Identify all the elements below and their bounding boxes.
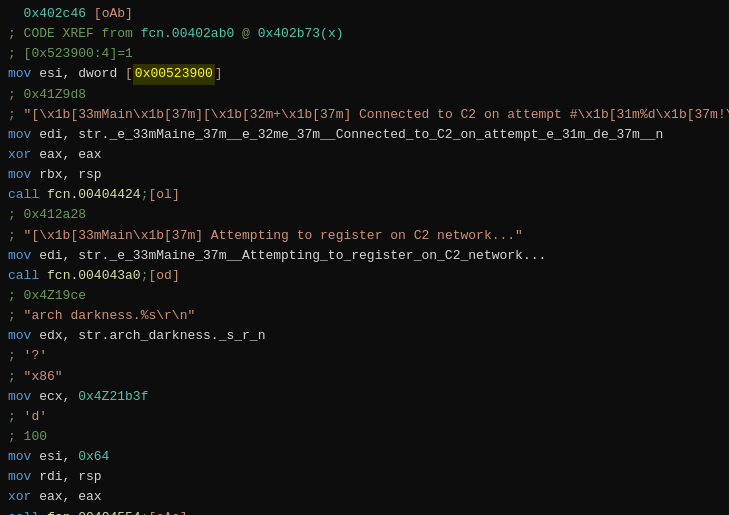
line-5: ; 0x41Z9d8: [0, 85, 729, 105]
line-24: mov rdi, rsp: [0, 467, 729, 487]
line-10: call fcn.00404424;[ol]: [0, 185, 729, 205]
line-11: ; 0x412a28: [0, 205, 729, 225]
line-18: ; '?': [0, 346, 729, 366]
line-26: call fcn.00404554;[oAa]: [0, 508, 729, 515]
line-13: mov edi, str._e_33mMaine_37m__Attempting…: [0, 246, 729, 266]
line-16: ; "arch darkness.%s\r\n": [0, 306, 729, 326]
line-17: mov edx, str.arch_darkness._s_r_n: [0, 326, 729, 346]
line-23: mov esi, 0x64: [0, 447, 729, 467]
code-view[interactable]: 0x402c46 [oAb] ; CODE XREF from fcn.0040…: [0, 0, 729, 515]
line-4: mov esi, dword [0x00523900]: [0, 64, 729, 84]
line-12: ; "[\x1b[33mMain\x1b[37m] Attempting to …: [0, 226, 729, 246]
line-7: mov edi, str._e_33mMaine_37m__e_32me_37m…: [0, 125, 729, 145]
line-22: ; 100: [0, 427, 729, 447]
line-20: mov ecx, 0x4Z21b3f: [0, 387, 729, 407]
line-21: ; 'd': [0, 407, 729, 427]
line-3: ; [0x523900:4]=1: [0, 44, 729, 64]
line-19: ; "x86": [0, 367, 729, 387]
line-1: 0x402c46 [oAb]: [0, 4, 729, 24]
line-6: ; "[\x1b[33mMain\x1b[37m][\x1b[32m+\x1b[…: [0, 105, 729, 125]
line-2: ; CODE XREF from fcn.00402ab0 @ 0x402b73…: [0, 24, 729, 44]
line-15: ; 0x4Z19ce: [0, 286, 729, 306]
line-9: mov rbx, rsp: [0, 165, 729, 185]
line-8: xor eax, eax: [0, 145, 729, 165]
line-14: call fcn.004043a0;[od]: [0, 266, 729, 286]
line-25: xor eax, eax: [0, 487, 729, 507]
